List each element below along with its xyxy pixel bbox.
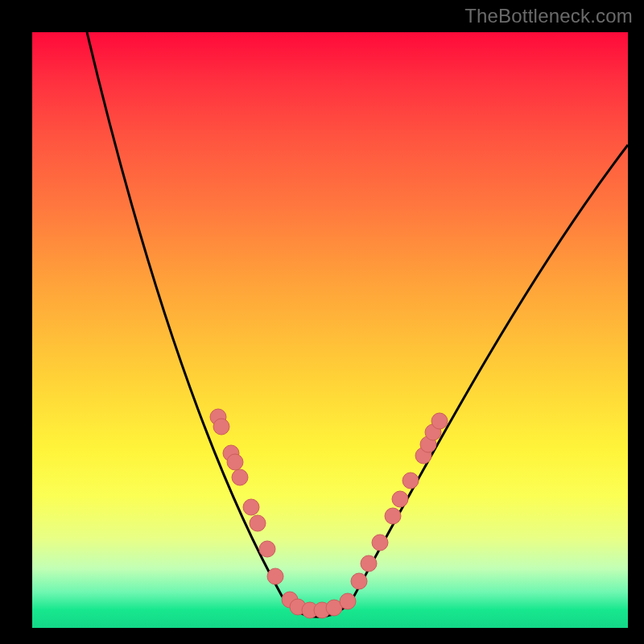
chart-frame: TheBottleneck.com [0,0,644,644]
data-dot [243,499,259,515]
data-dot [351,573,367,589]
data-dot [232,469,248,485]
data-dot [259,541,275,557]
data-dot [361,555,377,572]
bottleneck-curve [87,32,628,617]
plot-area [32,32,628,628]
data-dot [402,473,419,489]
curve-layer [32,32,628,628]
data-dot [392,491,408,507]
data-dot [267,568,283,584]
data-dot [227,454,243,470]
dot-group [210,409,448,618]
data-dot [250,515,266,531]
data-dot [372,535,388,551]
data-dot [340,593,356,609]
data-dot [385,508,401,524]
data-dot [431,413,448,429]
watermark-label: TheBottleneck.com [464,5,633,27]
data-dot [213,419,229,435]
